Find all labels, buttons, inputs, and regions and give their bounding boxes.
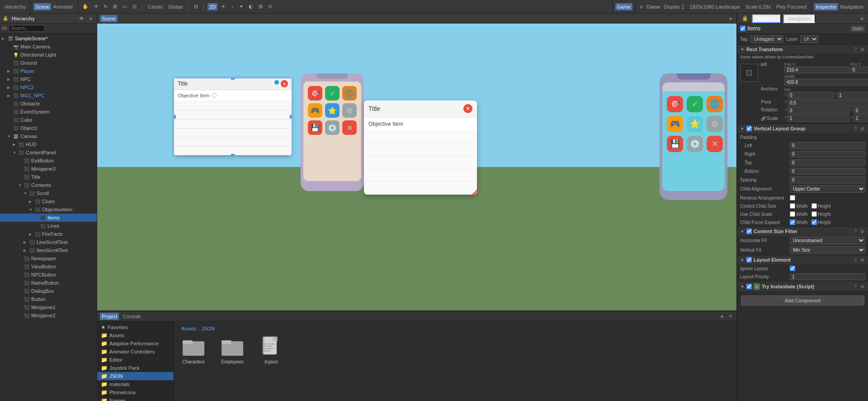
tree-item-canvas[interactable]: ▼ 🖼 Canvas bbox=[0, 132, 97, 140]
animator-tab-btn[interactable]: Animator bbox=[51, 3, 75, 10]
tree-item-scroll[interactable]: ▼ ⬛ Scroll bbox=[0, 189, 97, 197]
add-component-btn[interactable]: Add Component bbox=[741, 296, 864, 306]
resolution-dropdown[interactable]: 1920x1080 Landscape bbox=[688, 3, 741, 10]
le-header[interactable]: ▼ Layout Element ? ⚙ bbox=[737, 255, 868, 264]
left-input[interactable] bbox=[790, 142, 865, 149]
object-active-checkbox[interactable] bbox=[740, 26, 745, 31]
app-icon-r2[interactable]: 🌐 bbox=[707, 96, 723, 112]
app-icon-r7[interactable]: 💿 bbox=[687, 136, 703, 152]
tree-item-player[interactable]: ▶ ⬛ Player bbox=[0, 67, 97, 75]
breadcrumb-json[interactable]: JSON bbox=[202, 326, 215, 331]
le-settings-btn[interactable]: ⚙ bbox=[859, 258, 865, 263]
vertical-fit-select[interactable]: Min Size bbox=[790, 246, 865, 254]
ti-enabled-checkbox[interactable] bbox=[746, 284, 752, 289]
le-enabled-checkbox[interactable] bbox=[746, 257, 752, 263]
audio-btn[interactable]: ♪ bbox=[229, 3, 236, 10]
rect-transform-header[interactable]: ▼ Rect Transform ? ⚙ bbox=[737, 45, 868, 54]
hierarchy-search-input[interactable] bbox=[9, 25, 45, 32]
tree-item-viewbutton[interactable]: ⬛ ViewButton bbox=[0, 263, 97, 271]
editor-item[interactable]: 📁 Editor bbox=[97, 356, 174, 364]
tree-item-directional-light[interactable]: 💡 Directional Light bbox=[0, 51, 97, 59]
inspector-tab[interactable]: Inspector bbox=[752, 14, 781, 23]
transform-tool[interactable]: ⊡ bbox=[131, 3, 138, 10]
lighting-btn[interactable]: ☀ bbox=[219, 3, 227, 10]
tree-item-contentpanel[interactable]: ▼ ⬛ ContentPanel bbox=[0, 148, 97, 157]
app-icon-2[interactable]: 🌐 bbox=[342, 86, 357, 100]
app-icon-r1[interactable]: ✓ bbox=[687, 96, 703, 112]
favorites-item[interactable]: ★ Favorites bbox=[97, 323, 174, 331]
asset-tryjson[interactable]: tryjson bbox=[255, 336, 287, 364]
tree-item-dialogbox[interactable]: ⬛ DialogBox bbox=[0, 287, 97, 295]
csf-header[interactable]: ▼ Content Size Fitter ? ⚙ bbox=[737, 227, 868, 236]
app-icon-5[interactable]: ⚙ bbox=[342, 103, 357, 118]
hierarchy-menu-btn[interactable]: ≡ bbox=[88, 15, 94, 22]
tree-item-hud[interactable]: ▶ ⬛ HUD bbox=[0, 140, 97, 148]
spacing-input[interactable] bbox=[790, 177, 865, 183]
force-width-checkbox[interactable] bbox=[790, 220, 795, 225]
scale-height-checkbox[interactable] bbox=[811, 211, 817, 217]
rect-settings-btn[interactable]: ⚙ bbox=[859, 47, 865, 52]
project-add-btn[interactable]: + bbox=[718, 313, 726, 320]
asset-characters[interactable]: Characters bbox=[178, 336, 209, 364]
tree-item-firefacts[interactable]: ▶ ⬛ FireFacts bbox=[0, 230, 97, 238]
app-icon-r8[interactable]: ✕ bbox=[707, 136, 723, 152]
tree-item-minigame1[interactable]: ⬛ Minigame1 bbox=[0, 303, 97, 311]
tree-item-items[interactable]: ⬛ Items bbox=[0, 214, 97, 222]
csf-enabled-checkbox[interactable] bbox=[746, 229, 752, 234]
scene-view-tab[interactable]: Scene bbox=[100, 15, 118, 22]
display-dropdown[interactable]: Display 1 bbox=[662, 3, 686, 10]
horizontal-fit-select[interactable]: Unconstrained bbox=[790, 237, 865, 244]
anchor-widget[interactable] bbox=[740, 64, 758, 82]
ignore-layout-checkbox[interactable] bbox=[790, 266, 795, 271]
inspector-menu-btn[interactable]: ≡ bbox=[859, 15, 865, 22]
console-tab-btn[interactable]: Console bbox=[121, 313, 142, 320]
large-dialog-close[interactable]: ✕ bbox=[463, 104, 472, 113]
gizmos-btn[interactable]: ⊙ bbox=[266, 3, 274, 10]
global-local[interactable]: Global bbox=[166, 3, 184, 10]
2d-btn[interactable]: 2D bbox=[208, 3, 217, 10]
move-tool[interactable]: ✛ bbox=[92, 3, 100, 10]
app-icon-7[interactable]: 💿 bbox=[325, 120, 340, 135]
scene-menu-btn[interactable]: ≡ bbox=[727, 15, 734, 22]
project-tab-btn[interactable]: Project bbox=[100, 313, 119, 320]
rect-info-btn[interactable]: ? bbox=[853, 47, 858, 52]
hidden-btn[interactable]: ◐ bbox=[247, 3, 255, 10]
force-height-checkbox[interactable] bbox=[811, 220, 817, 225]
app-icon-r3[interactable]: 🎮 bbox=[667, 116, 683, 132]
tree-item-objectiveitem[interactable]: ▼ ⬛ ObjectiveItem bbox=[0, 205, 97, 214]
play-focused-btn[interactable]: Play Focused bbox=[774, 3, 808, 10]
ti-settings-btn[interactable]: ⚙ bbox=[859, 284, 865, 289]
scale-x-input[interactable] bbox=[788, 115, 849, 122]
width-input[interactable] bbox=[784, 79, 868, 86]
game-menu-btn[interactable]: ≡ bbox=[638, 3, 645, 10]
app-icon-3[interactable]: 🎮 bbox=[308, 103, 322, 118]
tree-item-newspaper[interactable]: ⬛ Newspaper bbox=[0, 254, 97, 263]
posy-input[interactable] bbox=[850, 67, 868, 73]
vlg-enabled-checkbox[interactable] bbox=[746, 126, 752, 131]
tree-item-main-camera[interactable]: 📷 Main Camera bbox=[0, 43, 97, 51]
control-width-checkbox[interactable] bbox=[790, 203, 795, 209]
le-info-btn[interactable]: ? bbox=[853, 258, 858, 263]
dialog-dot-blue[interactable] bbox=[274, 80, 279, 85]
phoneicons-item[interactable]: 📁 PhoneIcons bbox=[97, 388, 174, 396]
top-input[interactable] bbox=[790, 159, 865, 166]
layout-priority-input[interactable] bbox=[790, 273, 865, 280]
rot-y-input[interactable] bbox=[854, 107, 868, 114]
hierarchy-tab-btn[interactable]: Hierarchy bbox=[3, 3, 28, 10]
tree-item-minigame2[interactable]: ⬛ Minigame2 bbox=[0, 311, 97, 320]
scenes-item[interactable]: 📁 Scenes bbox=[97, 396, 174, 401]
bottom-input[interactable] bbox=[790, 168, 865, 175]
assets-item[interactable]: 📁 Assets bbox=[97, 331, 174, 339]
tree-item-mg1npc[interactable]: ▶ ⬛ MG1_NPC bbox=[0, 91, 97, 100]
json-item[interactable]: 📁 JSON bbox=[97, 372, 174, 380]
hierarchy-eye-btn[interactable]: 👁 bbox=[77, 15, 86, 22]
app-icon-8[interactable]: ✕ bbox=[342, 120, 357, 135]
navigation-tab[interactable]: Navigation bbox=[783, 14, 816, 23]
dialog-close-btn[interactable]: ✕ bbox=[281, 80, 288, 87]
posx-input[interactable] bbox=[784, 67, 849, 73]
app-icon-6[interactable]: 💾 bbox=[308, 120, 322, 135]
rot-x-input[interactable] bbox=[788, 107, 849, 114]
app-icon-r6[interactable]: 💾 bbox=[667, 136, 683, 152]
tree-item-clues[interactable]: ▶ ⬛ Clues bbox=[0, 197, 97, 205]
scene-content[interactable]: Title ✕ Objective Item bbox=[97, 24, 736, 310]
